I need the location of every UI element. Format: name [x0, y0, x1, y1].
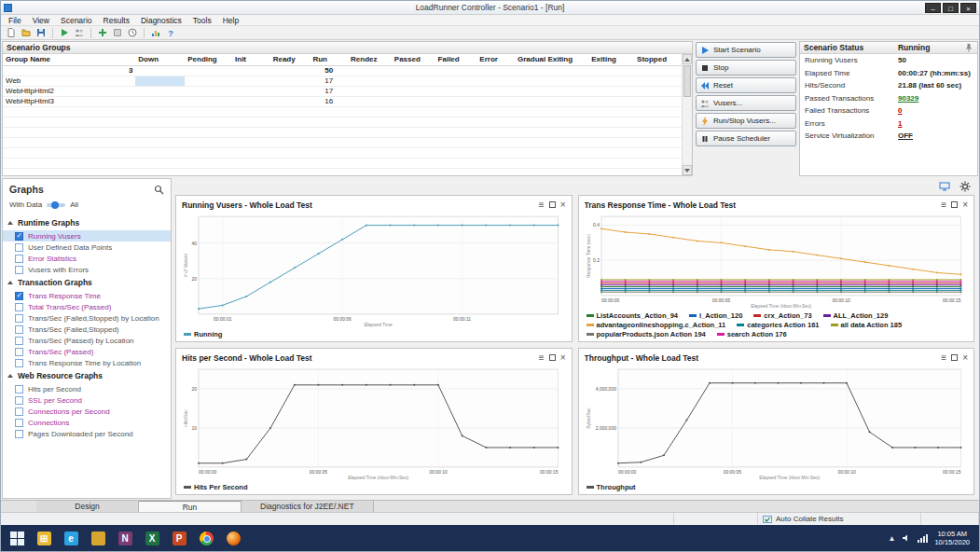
checkbox[interactable]	[15, 243, 23, 252]
start-scenario-button[interactable]: Start Scenario	[696, 42, 796, 58]
checkbox[interactable]	[15, 337, 23, 345]
filter-with-data-label[interactable]: With Data	[9, 200, 42, 209]
taskbar-explorer-icon[interactable]: ⊞	[32, 527, 56, 549]
checkbox[interactable]	[15, 385, 23, 393]
close-button[interactable]: ×	[960, 3, 976, 13]
reset-button[interactable]: Reset	[696, 77, 796, 93]
taskbar-chrome-icon[interactable]	[194, 527, 218, 549]
sidebar-item-user-defined-data-points[interactable]: User Defined Data Points	[3, 242, 171, 253]
chart-menu-icon[interactable]: ≡	[941, 200, 946, 210]
sidebar-item-connections-per-second[interactable]: Connections per Second	[3, 406, 171, 417]
status-value[interactable]: OFF	[898, 131, 913, 140]
checkbox[interactable]	[15, 314, 23, 323]
help-button[interactable]: ?	[164, 27, 177, 39]
checkbox[interactable]	[15, 359, 23, 367]
collate-results-icon[interactable]	[939, 181, 950, 192]
taskbar-start-icon[interactable]	[5, 527, 29, 549]
filter-all-label[interactable]: All	[70, 200, 78, 209]
chart-menu-icon[interactable]: ≡	[539, 200, 545, 210]
taskbar-excel-icon[interactable]: X	[140, 527, 164, 549]
chart-maximize-icon[interactable]	[549, 354, 556, 361]
checkbox[interactable]	[15, 348, 23, 356]
new-scenario-button[interactable]	[5, 27, 18, 39]
with-data-toggle[interactable]	[47, 203, 65, 207]
open-scenario-button[interactable]	[20, 27, 33, 39]
vusers-button[interactable]: Vusers...	[696, 95, 796, 111]
chart-menu-icon[interactable]: ≡	[941, 353, 946, 363]
scroll-up-icon[interactable]	[683, 54, 692, 64]
checkbox[interactable]	[15, 292, 23, 300]
status-value[interactable]: 1	[898, 119, 902, 128]
checkbox[interactable]	[15, 396, 23, 405]
sidebar-item-total-trans-sec-passed[interactable]: Total Trans/Sec (Passed)	[3, 301, 171, 312]
sidebar-item-trans-sec-failed-stopped-by-location[interactable]: Trans/Sec (Failed,Stopped) by Location	[3, 312, 171, 324]
menu-diagnostics[interactable]: Diagnostics	[135, 16, 187, 25]
taskbar-powerpoint-icon[interactable]: P	[167, 527, 191, 549]
sidebar-item-pages-downloaded-per-second[interactable]: Pages Downloaded per Second	[3, 428, 171, 439]
menu-scenario[interactable]: Scenario	[55, 16, 98, 25]
sidebar-item-trans-sec-passed-by-location[interactable]: Trans/Sec (Passed) by Location	[3, 335, 171, 346]
sidebar-item-trans-sec-passed[interactable]: Trans/Sec (Passed)	[3, 346, 171, 357]
menu-file[interactable]: File	[3, 16, 27, 25]
chart-menu-icon[interactable]: ≡	[539, 353, 545, 363]
checkbox[interactable]	[15, 430, 23, 438]
sidebar-item-error-statistics[interactable]: Error Statistics	[3, 253, 171, 264]
stop-button[interactable]: Stop	[696, 60, 796, 76]
auto-collate-results[interactable]: Auto Collate Results	[758, 513, 921, 525]
menu-help[interactable]: Help	[217, 16, 244, 25]
status-value[interactable]: 0	[898, 106, 902, 115]
sidebar-item-hits-per-second[interactable]: Hits per Second	[3, 383, 171, 394]
checkbox[interactable]	[15, 303, 23, 311]
tab-design[interactable]: Design	[36, 501, 139, 512]
pause-scheduler-button[interactable]: Pause Scheduler	[696, 131, 796, 146]
tab-run[interactable]: Run	[139, 501, 242, 512]
chart-maximize-icon[interactable]	[951, 354, 958, 361]
run-stop-vusers-button[interactable]	[111, 27, 124, 39]
table-row[interactable]: WebHttpHtml217	[3, 86, 682, 96]
checkbox[interactable]	[15, 419, 23, 427]
taskbar-folder-icon[interactable]	[86, 527, 110, 549]
sidebar-item-running-vusers[interactable]: Running Vusers	[3, 230, 171, 242]
table-row[interactable]: WebHttpHtml316	[3, 96, 682, 106]
chart-maximize-icon[interactable]	[549, 201, 556, 208]
settings-gear-icon[interactable]	[959, 181, 971, 192]
network-icon[interactable]	[918, 534, 928, 543]
run-stop-vusers-button[interactable]: Run/Stop Vusers...	[696, 113, 796, 129]
menu-tools[interactable]: Tools	[187, 16, 217, 25]
chart-close-icon[interactable]: ×	[560, 200, 566, 210]
tab-diagnostics-for-j2ee-net[interactable]: Diagnostics for J2EE/.NET	[242, 501, 374, 512]
graph-section-transaction-graphs[interactable]: Transaction Graphs	[3, 275, 171, 290]
menu-view[interactable]: View	[27, 16, 55, 25]
sidebar-item-trans-sec-failed-stopped[interactable]: Trans/Sec (Failed,Stopped)	[3, 324, 171, 335]
scroll-down-icon[interactable]	[683, 165, 692, 175]
taskbar-ie-icon[interactable]: e	[59, 527, 83, 549]
sidebar-item-trans-response-time-by-location[interactable]: Trans Response Time by Location	[3, 357, 171, 368]
sidebar-item-ssl-per-second[interactable]: SSL per Second	[3, 394, 171, 406]
chart-close-icon[interactable]: ×	[560, 353, 566, 363]
status-value[interactable]: 90329	[898, 94, 918, 103]
graph-section-web-resource-graphs[interactable]: Web Resource Graphs	[3, 368, 171, 383]
checkbox[interactable]	[15, 407, 23, 416]
graph-section-runtime-graphs[interactable]: Runtime Graphs	[3, 215, 171, 230]
sidebar-item-connections[interactable]: Connections	[3, 417, 171, 428]
minimize-button[interactable]: –	[925, 3, 941, 13]
taskbar-clock[interactable]: 10:05 AM 10/15/2020	[934, 530, 975, 546]
chart-close-icon[interactable]: ×	[962, 353, 968, 363]
sidebar-item-vusers-with-errors[interactable]: Vusers with Errors	[3, 264, 171, 275]
scenario-groups-scrollbar[interactable]	[682, 54, 692, 175]
save-scenario-button[interactable]	[35, 27, 48, 39]
restore-button[interactable]: □	[943, 3, 959, 13]
search-icon[interactable]	[154, 185, 164, 195]
vusers-button[interactable]	[73, 27, 86, 39]
checkbox[interactable]	[15, 266, 23, 274]
schedule-button[interactable]	[126, 27, 139, 39]
menu-results[interactable]: Results	[98, 16, 135, 25]
add-group-button[interactable]	[96, 27, 109, 39]
checkbox[interactable]	[15, 325, 23, 334]
table-row[interactable]: 350	[3, 65, 682, 76]
start-scenario-button[interactable]	[58, 27, 71, 39]
taskbar-onenote-icon[interactable]: N	[113, 527, 137, 549]
chart-close-icon[interactable]: ×	[962, 200, 968, 210]
checkbox[interactable]	[15, 255, 23, 263]
tray-expand-icon[interactable]: ▲	[889, 534, 896, 543]
